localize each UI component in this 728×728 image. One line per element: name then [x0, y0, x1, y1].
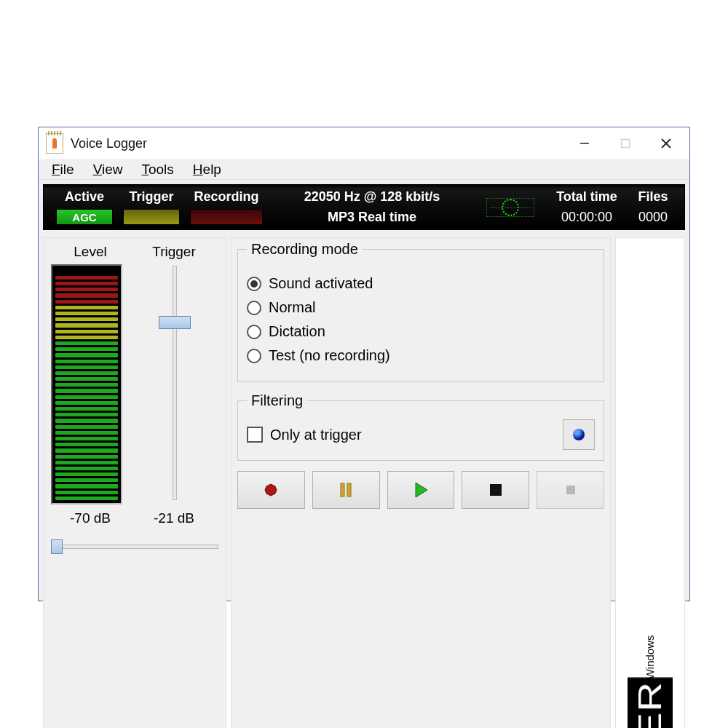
stop-disabled-icon [564, 483, 577, 496]
radio-icon [247, 325, 261, 339]
level-gain-slider[interactable] [51, 539, 218, 554]
filter-settings-button[interactable] [563, 419, 595, 450]
radio-icon [247, 349, 261, 363]
svg-rect-9 [566, 486, 575, 494]
transport-bar [237, 471, 604, 509]
main-area: Level Trigger -70 dB -21 dB [39, 230, 689, 728]
level-meter [51, 264, 122, 505]
controls-panel: Recording mode Sound activated Normal Di… [231, 237, 611, 728]
record-button[interactable] [237, 471, 305, 509]
menu-view[interactable]: View [86, 160, 130, 179]
minimize-icon [579, 138, 590, 149]
radio-label: Dictation [269, 323, 325, 340]
svg-rect-6 [347, 483, 351, 496]
svg-rect-1 [622, 140, 630, 148]
checkbox-icon [247, 427, 263, 443]
status-total-time: 00:00:00 [561, 210, 612, 225]
status-bar: Active AGC Trigger Recording 22050 Hz @ … [43, 184, 685, 230]
logo-logger: LOGGER [628, 678, 673, 728]
recording-mode-group: Recording mode Sound activated Normal Di… [237, 241, 604, 382]
status-trigger-light [123, 209, 180, 225]
trigger-slider-thumb[interactable] [159, 316, 191, 329]
pause-button[interactable] [312, 471, 380, 509]
radio-label: Normal [269, 299, 315, 316]
menu-bar: File View Tools Help [39, 160, 689, 180]
minimize-button[interactable] [564, 127, 605, 159]
radio-test[interactable]: Test (no recording) [247, 347, 595, 364]
title-bar: Voice Logger [39, 127, 689, 160]
close-icon [660, 138, 672, 149]
radio-normal[interactable]: Normal [247, 299, 595, 316]
level-label: Level [51, 244, 130, 260]
status-total-time-label: Total time [556, 189, 617, 205]
maximize-icon [620, 138, 630, 149]
filtering-group: Filtering Only at trigger [237, 392, 604, 461]
radio-label: Test (no recording) [269, 347, 390, 364]
eject-button[interactable] [537, 471, 604, 509]
status-files-label: Files [638, 189, 668, 205]
recording-mode-legend: Recording mode [247, 241, 363, 258]
status-files: 0000 [638, 210, 668, 225]
only-at-trigger-checkbox[interactable]: Only at trigger [247, 427, 362, 443]
svg-rect-5 [341, 483, 344, 496]
app-icon [46, 133, 63, 154]
svg-rect-8 [490, 484, 502, 496]
app-window: Voice Logger File View Tools Help Active… [38, 127, 690, 601]
radio-icon [247, 277, 261, 291]
radio-sound-activated[interactable]: Sound activated [247, 275, 595, 292]
status-activity-icon [486, 198, 534, 217]
play-button[interactable] [387, 471, 455, 509]
level-db-readout: -70 dB [51, 510, 130, 526]
logo-panel: paraben's Voice LOGGER for Windows [615, 237, 685, 728]
status-rate: 22050 Hz @ 128 kbit/s [304, 189, 440, 205]
status-recording-light [190, 209, 263, 225]
menu-file[interactable]: File [44, 160, 82, 179]
radio-dictation[interactable]: Dictation [247, 323, 595, 340]
radio-label: Sound activated [269, 275, 373, 292]
svg-marker-7 [416, 483, 427, 497]
window-title: Voice Logger [71, 136, 147, 151]
trigger-label: Trigger [130, 244, 218, 260]
checkbox-label: Only at trigger [270, 427, 362, 443]
menu-help[interactable]: Help [186, 160, 229, 179]
level-gain-thumb[interactable] [51, 539, 63, 554]
record-icon [264, 483, 278, 497]
status-active-label: Active [65, 189, 104, 205]
status-recording-label: Recording [194, 189, 258, 205]
status-agc-light: AGC [56, 209, 113, 225]
led-icon [573, 429, 585, 440]
meters-panel: Level Trigger -70 dB -21 dB [43, 237, 226, 728]
stop-icon [489, 483, 502, 496]
close-button[interactable] [646, 127, 687, 159]
pause-icon [339, 482, 353, 498]
trigger-slider[interactable] [173, 266, 177, 500]
svg-marker-4 [265, 484, 277, 496]
filtering-legend: Filtering [247, 392, 307, 409]
maximize-button[interactable] [605, 127, 646, 159]
play-icon [413, 481, 429, 499]
status-mode: MP3 Real time [328, 210, 416, 225]
stop-button[interactable] [462, 471, 529, 509]
trigger-db-readout: -21 dB [130, 510, 218, 526]
radio-icon [247, 301, 261, 315]
menu-tools[interactable]: Tools [134, 160, 181, 179]
status-trigger-label: Trigger [129, 189, 173, 205]
